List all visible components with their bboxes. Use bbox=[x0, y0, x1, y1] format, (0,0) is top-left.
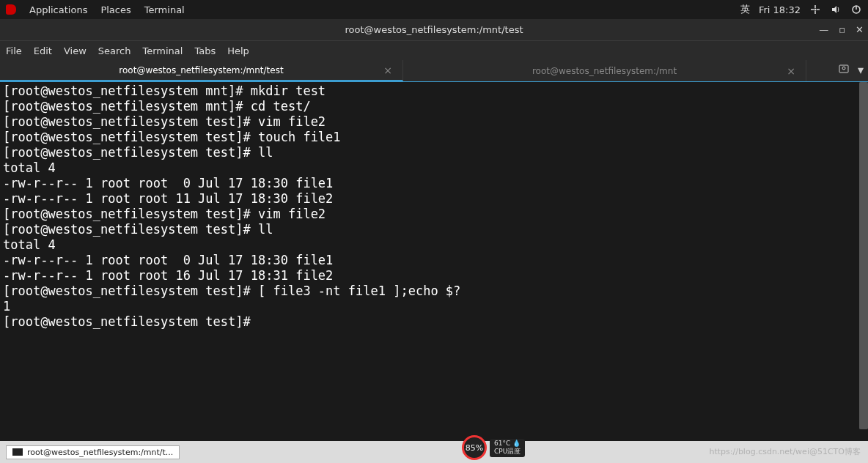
menu-applications[interactable]: Applications bbox=[29, 4, 87, 15]
menu-search[interactable]: Search bbox=[98, 45, 131, 56]
watermark: https://blog.csdn.net/wei@51CTO博客 bbox=[709, 446, 861, 457]
menu-file[interactable]: File bbox=[6, 45, 22, 56]
scroll-thumb[interactable] bbox=[859, 82, 868, 429]
cpu-temp-label: CPU温度 bbox=[494, 447, 521, 456]
svg-point-0 bbox=[814, 9, 817, 11]
terminal-output[interactable]: [root@westos_netfilesystem mnt]# mkdir t… bbox=[0, 82, 868, 434]
terminal-scrollbar[interactable] bbox=[859, 82, 868, 429]
tab-inactive-label: root@westos_netfilesystem:/mnt bbox=[532, 66, 677, 76]
menu-terminal[interactable]: Terminal bbox=[144, 4, 185, 15]
cpu-temp: 61°C 💧 bbox=[494, 440, 521, 447]
volume-icon[interactable] bbox=[830, 4, 842, 15]
redhat-icon bbox=[6, 4, 16, 15]
window-close-button[interactable]: ✕ bbox=[856, 24, 864, 35]
window-maximize-button[interactable]: ▫ bbox=[839, 24, 845, 35]
cpu-gauge-widget[interactable]: 85% 61°C 💧 CPU温度 bbox=[462, 435, 525, 460]
tab-close-icon[interactable]: × bbox=[787, 65, 795, 77]
window-minimize-button[interactable]: — bbox=[819, 24, 828, 35]
window-titlebar[interactable]: root@westos_netfilesystem:/mnt/test — ▫ … bbox=[0, 19, 868, 41]
power-icon[interactable] bbox=[850, 4, 862, 15]
tab-menu-chevron-icon[interactable]: ▾ bbox=[858, 63, 864, 77]
tab-active[interactable]: root@westos_netfilesystem:/mnt/test × bbox=[0, 60, 403, 81]
window-title: root@westos_netfilesystem:/mnt/test bbox=[345, 24, 523, 35]
menu-help[interactable]: Help bbox=[227, 45, 249, 56]
terminal-icon bbox=[12, 448, 23, 456]
cpu-usage-gauge: 85% bbox=[462, 435, 487, 460]
tab-inactive[interactable]: root@westos_netfilesystem:/mnt × bbox=[403, 60, 806, 81]
tab-active-label: root@westos_netfilesystem:/mnt/test bbox=[119, 65, 283, 75]
menu-edit[interactable]: Edit bbox=[34, 45, 52, 56]
terminal-menubar: File Edit View Search Terminal Tabs Help bbox=[0, 41, 868, 60]
input-language[interactable]: 英 bbox=[740, 3, 750, 16]
terminal-tabstrip: root@westos_netfilesystem:/mnt/test × ro… bbox=[0, 60, 868, 82]
svg-point-4 bbox=[842, 67, 845, 70]
new-tab-profile-icon[interactable] bbox=[839, 63, 850, 77]
tab-close-icon[interactable]: × bbox=[383, 64, 392, 76]
menu-terminal-item[interactable]: Terminal bbox=[142, 45, 183, 56]
clock[interactable]: Fri 18:32 bbox=[759, 4, 801, 15]
menu-places[interactable]: Places bbox=[100, 4, 130, 15]
taskbar-item-terminal[interactable]: root@westos_netfilesystem:/mnt/t... bbox=[6, 445, 180, 459]
desktop-topbar: Applications Places Terminal 英 Fri 18:32 bbox=[0, 0, 868, 19]
menu-view[interactable]: View bbox=[64, 45, 87, 56]
taskbar-item-label: root@westos_netfilesystem:/mnt/t... bbox=[27, 448, 173, 457]
menu-tabs[interactable]: Tabs bbox=[194, 45, 216, 56]
network-icon[interactable] bbox=[809, 4, 821, 15]
